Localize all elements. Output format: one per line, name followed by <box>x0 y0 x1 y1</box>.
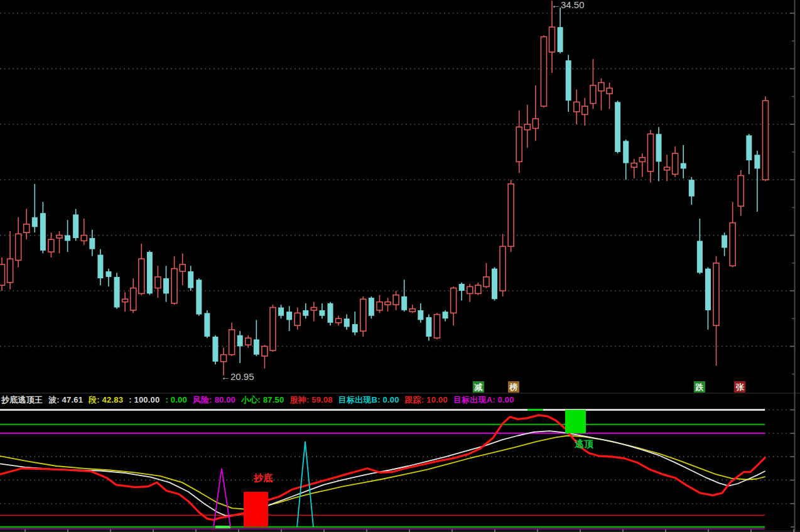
event-marker-label: 张 <box>736 383 745 392</box>
candle-body-down <box>566 60 571 100</box>
stock-chart-app: ←34.50←20.95减榜跌张抄底逃顶 抄底逃顶王波: 47.61段: 42.… <box>0 0 800 532</box>
event-marker-label: 跌 <box>695 383 704 392</box>
candle-body-up <box>409 309 415 312</box>
indicator-header-wave-value: 波: 47.61 <box>48 394 83 406</box>
candle-body-up <box>467 286 473 293</box>
indicator-header-bottom-line-value: : 0.00 <box>165 395 186 404</box>
candle-body-up <box>500 246 505 291</box>
candle-body-down <box>746 135 752 160</box>
candle-body-up <box>262 346 268 356</box>
candle-body-up <box>524 124 530 130</box>
candle-body-up <box>48 239 54 252</box>
candle-body-up <box>549 27 555 52</box>
candle-body-down <box>188 271 193 288</box>
candle-body-up <box>673 153 678 174</box>
candle-body-down <box>328 303 333 323</box>
indicator-header-top-line-value: : 100.00 <box>129 395 159 404</box>
indicator-curve-股神 <box>0 415 765 520</box>
candle-body-up <box>270 308 276 351</box>
candle-body-up <box>730 223 735 266</box>
candle-body-down <box>352 324 358 332</box>
candle-body-up <box>639 158 645 162</box>
candle-body-up <box>311 308 316 310</box>
candle-body-up <box>336 318 342 323</box>
candle-body-up <box>647 134 653 171</box>
candle-body-up <box>590 85 596 104</box>
candle-body-up <box>155 277 161 288</box>
candle-body-down <box>303 310 308 316</box>
candle-body-down <box>369 298 374 316</box>
candle-body-down <box>254 339 259 354</box>
candle-body-down <box>558 27 563 52</box>
candle-body-down <box>105 271 111 277</box>
candle-body-up <box>475 285 481 293</box>
candle-body-down <box>286 312 292 320</box>
candle-body-up <box>81 236 87 241</box>
indicator-header-segment-value: 段: 42.83 <box>89 394 123 406</box>
candle-body-up <box>377 302 382 310</box>
candle-body-up <box>295 313 300 325</box>
candle-body-down <box>697 241 703 273</box>
candle-body-up <box>664 167 670 170</box>
candle-body-down <box>492 269 497 300</box>
signal-block-label: 逃顶 <box>574 438 593 449</box>
price-indicator-chart[interactable]: ←34.50←20.95减榜跌张抄底逃顶 <box>0 0 800 532</box>
candle-body-up <box>508 184 514 246</box>
candle-body-down <box>418 310 423 320</box>
candle-body-down <box>722 236 727 248</box>
low-price-annotation: ←20.95 <box>221 371 254 382</box>
candle-body-down <box>278 308 284 316</box>
candle-body-up <box>434 315 440 339</box>
candle-body-down <box>689 180 695 197</box>
candle-body-up <box>360 299 366 331</box>
indicator-header: 抄底逃顶王波: 47.61段: 42.83: 100.00: 0.00风险: 8… <box>1 394 799 406</box>
candle-body-down <box>615 102 620 152</box>
candle-body-down <box>237 335 243 347</box>
candle-body-down <box>147 252 153 293</box>
indicator-header-target-a-value: 目标出现A: 0.00 <box>453 394 514 406</box>
candle-body-down <box>319 310 325 316</box>
candle-body-up <box>598 83 604 91</box>
candle-body-up <box>139 259 144 293</box>
candle-body-up <box>451 288 457 313</box>
candle-body-down <box>705 269 711 310</box>
candle-body-down <box>401 296 407 310</box>
candle-body-down <box>623 141 629 163</box>
candle-body-up <box>607 88 612 94</box>
candle-body-down <box>459 284 465 291</box>
signal-block-label: 抄底 <box>253 472 273 483</box>
candle-body-up <box>385 302 391 305</box>
indicator-header-gushen-value: 股神: 59.08 <box>289 394 332 406</box>
candle-body-up <box>763 100 769 180</box>
candle-body-up <box>484 277 489 286</box>
candle-body-up <box>16 234 21 260</box>
candle-body-down <box>656 134 662 161</box>
indicator-header-target-b-value: 目标出现B: 0.00 <box>338 394 399 406</box>
candle-body-down <box>754 155 760 168</box>
candle-body-down <box>97 255 103 279</box>
candle-body-up <box>393 295 399 305</box>
candle-body-up <box>122 299 128 301</box>
candle-body-down <box>89 238 95 249</box>
signal-block <box>565 410 586 433</box>
indicator-header-caution-value: 小心: 87.50 <box>241 394 284 406</box>
candle-body-down <box>443 312 448 318</box>
candle-body-up <box>532 119 538 128</box>
candle-body-up <box>574 102 580 111</box>
indicator-header-indicator-name: 抄底逃顶王 <box>1 394 43 406</box>
candle-body-down <box>204 313 210 337</box>
candle-body-down <box>681 163 686 169</box>
candle-body-down <box>40 213 46 251</box>
candle-body-down <box>196 280 202 314</box>
indicator-header-risk-value: 风险: 80.00 <box>193 394 235 406</box>
event-marker-label: 减 <box>474 383 483 392</box>
candle-body-up <box>582 106 588 114</box>
candle-body-up <box>24 224 30 232</box>
signal-block <box>244 492 268 527</box>
candle-body-up <box>171 269 177 303</box>
candle-body-up <box>516 127 522 161</box>
high-price-annotation: ←34.50 <box>551 0 585 10</box>
candle-body-up <box>131 288 136 310</box>
candle-body-down <box>114 277 120 308</box>
candle-body-down <box>426 317 431 337</box>
